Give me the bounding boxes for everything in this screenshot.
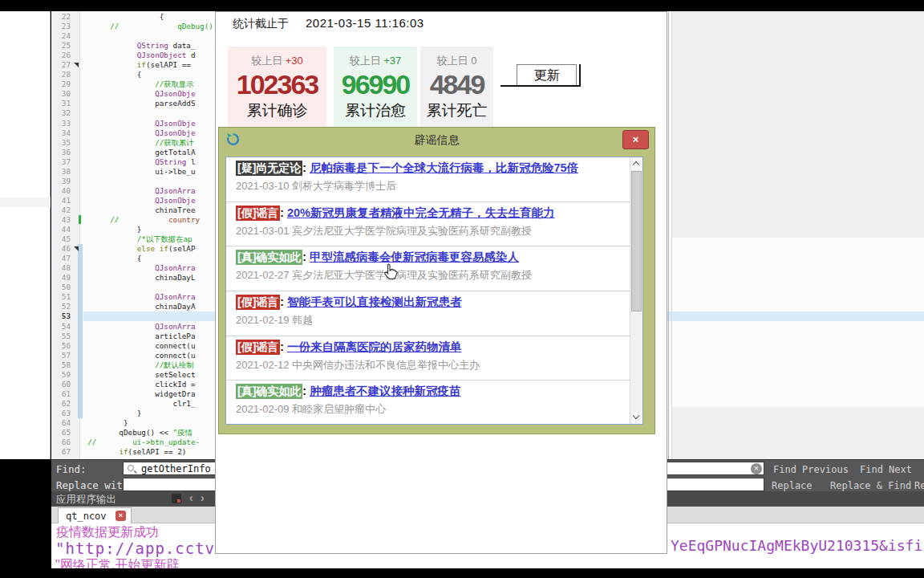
rumor-item: [假]谣言: 一份来自隔离医院的居家药物清单2021-02-12 中央网信办违法…	[226, 336, 630, 381]
delta-value: +37	[383, 55, 401, 67]
filter-icon[interactable]	[172, 494, 181, 503]
fold-marker-icon[interactable]	[74, 63, 79, 67]
delta-label: 较上日	[251, 55, 282, 67]
replace-and-find-button[interactable]: Replace & Find	[830, 480, 911, 491]
rumor-tag-false: [假]谣言	[236, 340, 280, 355]
rumor-link[interactable]: 尼帕病毒是下一个全球大流行病毒，比新冠危险75倍	[310, 161, 578, 174]
rumor-colon: :	[302, 161, 310, 174]
stat-value: 4849	[420, 70, 493, 99]
find-next-button[interactable]: Find Next	[860, 464, 912, 475]
dialog-close-button[interactable]: ×	[622, 130, 649, 149]
rumor-list[interactable]: [疑]尚无定论: 尼帕病毒是下一个全球大流行病毒，比新冠危险75倍2021-03…	[225, 157, 643, 425]
chevron-down-icon	[633, 413, 639, 419]
delta-row: 较上日 +30	[228, 54, 326, 68]
rumor-link[interactable]: 智能手表可以直接检测出新冠患者	[287, 295, 462, 308]
tab-label: qt_ncov	[66, 511, 107, 522]
chevron-left-icon[interactable]: ‹	[189, 491, 193, 504]
rumor-item: [假]谣言: 智能手表可以直接检测出新冠患者2021-02-19 韩越	[226, 291, 630, 336]
stat-label: 累计治愈	[334, 100, 417, 121]
scrollbar-thumb[interactable]	[631, 171, 642, 311]
rumor-link[interactable]: 20%新冠男康复者精液中完全无精子，失去生育能力	[287, 206, 555, 219]
stat-value: 96990	[334, 70, 417, 99]
clear-search-icon[interactable]: ×	[751, 463, 762, 474]
left-margin-band	[0, 197, 51, 207]
console-line: "网络正常,开始更新辟	[55, 557, 179, 568]
search-icon	[128, 465, 134, 471]
rumor-colon: :	[280, 295, 287, 308]
rumor-meta: 2021-02-12 中央网信办违法和不良信息举报中心主办	[236, 358, 626, 372]
delta-row: 较上日 +37	[334, 54, 417, 68]
replace-button[interactable]: Replace	[772, 480, 813, 491]
chevron-up-icon	[633, 161, 639, 168]
editor-left-margin	[0, 11, 51, 459]
rumor-item: [真]确实如此: 肿瘤患者不建议接种新冠疫苗2021-02-09 和睦家启望肿瘤…	[226, 381, 630, 425]
console-line: "http://app.cctv.	[55, 539, 225, 557]
rumor-colon: :	[302, 250, 310, 263]
delta-value: 0	[471, 55, 476, 67]
update-button[interactable]: 更新	[517, 64, 577, 86]
rumor-item: [真]确实如此: 甲型流感病毒会使新冠病毒更容易感染人2021-02-27 宾夕…	[226, 246, 630, 291]
stat-card: 较上日 +3796990累计治愈	[334, 47, 417, 127]
close-tab-icon[interactable]: ×	[116, 511, 126, 521]
rumor-colon: :	[280, 340, 287, 353]
stats-cutoff-label: 统计截止于	[233, 17, 289, 31]
rumor-colon: :	[302, 385, 310, 397]
console-line: 疫情数据更新成功	[56, 524, 159, 541]
bottom-black-bar	[0, 568, 924, 578]
delta-value: +30	[286, 55, 303, 67]
stat-value: 102363	[228, 70, 326, 99]
scroll-up-button[interactable]	[630, 157, 643, 170]
rumor-item: [疑]尚无定论: 尼帕病毒是下一个全球大流行病毒，比新冠危险75倍2021-03…	[226, 157, 630, 202]
fold-marker-icon[interactable]	[74, 246, 79, 251]
hand-cursor	[383, 263, 398, 280]
delta-label: 较上日	[350, 55, 381, 67]
rumor-tag-true: [真]确实如此	[236, 384, 302, 399]
rumor-items: [疑]尚无定论: 尼帕病毒是下一个全球大流行病毒，比新冠危险75倍2021-03…	[226, 157, 630, 425]
list-scrollbar[interactable]	[630, 157, 642, 424]
rumor-dialog: 辟谣信息 × [疑]尚无定论: 尼帕病毒是下一个全球大流行病毒，比新冠危险75倍…	[218, 127, 655, 434]
update-button-edge	[579, 64, 581, 87]
rumor-item: [假]谣言: 20%新冠男康复者精液中完全无精子，失去生育能力2021-03-0…	[226, 202, 630, 247]
app-output-title: 应用程序输出	[56, 493, 116, 507]
right-pane-top	[672, 11, 924, 238]
stat-label: 累计确诊	[228, 100, 326, 121]
right-pane-bottom	[672, 407, 924, 459]
rumor-tag-doubt: [疑]尚无定论	[236, 161, 302, 176]
stat-card: 较上日 04849累计死亡	[420, 47, 493, 127]
update-button-underline	[500, 85, 581, 87]
console-line-right: YeEqGPNucIAgMEkByU210315&isfi	[671, 537, 922, 554]
scroll-down-button[interactable]	[630, 411, 643, 424]
rumor-tag-false: [假]谣言	[236, 295, 280, 310]
editor-split-line	[668, 11, 669, 459]
rumor-tag-false: [假]谣言	[236, 206, 280, 221]
rumor-link[interactable]: 肿瘤患者不建议接种新冠疫苗	[310, 385, 461, 397]
replace-all-button[interactable]: Replace All	[914, 480, 924, 491]
delta-row: 较上日 0	[420, 54, 493, 68]
cursor-position-marker	[79, 215, 81, 224]
rumor-meta: 2021-02-19 韩越	[236, 313, 626, 328]
rumor-tag-true: [真]确实如此	[236, 250, 302, 265]
rumor-meta: 2021-03-10 剑桥大学病毒学博士后	[236, 179, 626, 193]
rumor-link[interactable]: 甲型流感病毒会使新冠病毒更容易感染人	[310, 250, 519, 263]
delta-label: 较上日	[437, 55, 468, 67]
stat-card: 较上日 +30102363累计确诊	[228, 47, 326, 127]
rumor-link[interactable]: 一份来自隔离医院的居家药物清单	[287, 340, 462, 353]
rumor-meta: 2021-03-01 宾夕法尼亚大学医学院病理及实验医药系研究副教授	[236, 224, 626, 238]
dialog-title: 辟谣信息	[219, 133, 654, 148]
rumor-meta: 2021-02-09 和睦家启望肿瘤中心	[236, 402, 626, 417]
find-previous-button[interactable]: Find Previous	[773, 464, 849, 475]
find-label: Find:	[56, 463, 87, 475]
screen: 22 {23 // qDebug() <<2425 QString data_2…	[0, 0, 924, 578]
chevron-right-icon[interactable]: ›	[201, 491, 205, 504]
tab-qt-ncov[interactable]: qt_ncov ×	[58, 507, 132, 523]
rumor-colon: :	[280, 206, 287, 219]
top-black-bar	[0, 0, 924, 11]
stat-label: 累计死亡	[420, 100, 493, 121]
stats-datetime: 2021-03-15 11:16:03	[306, 16, 424, 30]
rumor-meta: 2021-02-27 宾夕法尼亚大学医学院病理及实验医药系研究副教授	[236, 268, 626, 283]
